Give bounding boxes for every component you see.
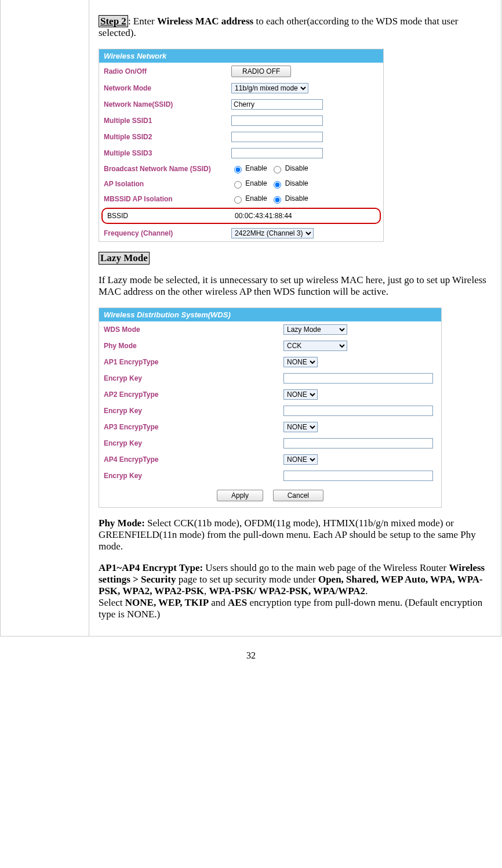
wireless-network-panel: Wireless Network Radio On/Off RADIO OFF … <box>99 49 384 242</box>
bcast-disable-radio[interactable] <box>274 166 281 173</box>
frequency-select[interactable]: 2422MHz (Channel 3) <box>231 228 314 238</box>
apiso-enable-radio[interactable] <box>234 181 242 189</box>
ap2-key-input[interactable] <box>283 406 433 416</box>
ap3-key-input[interactable] <box>283 438 433 449</box>
row-mssid3: Multiple SSID3 <box>99 145 383 161</box>
apply-button[interactable]: Apply <box>217 490 263 501</box>
mssid1-input[interactable] <box>231 115 323 126</box>
row-ssid: Network Name(SSID) <box>99 96 383 113</box>
ap3-encryp-select[interactable]: NONE <box>283 422 318 432</box>
phy-mode-select[interactable]: CCK <box>283 341 347 351</box>
apiso-disable-radio[interactable] <box>274 181 281 189</box>
row-network-mode: Network Mode 11b/g/n mixed mode <box>99 80 383 96</box>
row-broadcast: Broadcast Network Name (SSID) Enable Dis… <box>99 161 383 176</box>
page-number: 32 <box>0 650 502 661</box>
mbssid-enable-radio[interactable] <box>234 196 242 204</box>
row-mssid2: Multiple SSID2 <box>99 129 383 145</box>
cancel-button[interactable]: Cancel <box>273 490 323 501</box>
ap1-encryp-select[interactable]: NONE <box>283 357 318 367</box>
step2-label: Step 2 <box>99 15 128 27</box>
ap1-key-input[interactable] <box>283 373 433 384</box>
panel-header: Wireless Network <box>99 49 383 63</box>
row-bssid-highlight: BSSID 00:0C:43:41:88:44 <box>101 208 381 224</box>
lazy-mode-heading: Lazy Mode <box>99 252 150 265</box>
row-mssid1: Multiple SSID1 <box>99 113 383 129</box>
ap4-key-input[interactable] <box>283 471 433 481</box>
lazy-mode-text: If Lazy mode be selected, it is unnecess… <box>99 274 493 298</box>
encrypt-type-paragraph: AP1~AP4 Encrypt Type: Users should go to… <box>99 562 493 620</box>
bcast-enable-radio[interactable] <box>234 166 242 173</box>
mssid2-input[interactable] <box>231 132 323 142</box>
panel-header: Wireless Distribution System(WDS) <box>99 308 441 321</box>
row-frequency: Frequency (Channel) 2422MHz (Channel 3) <box>99 225 383 241</box>
ssid-input[interactable] <box>231 99 323 110</box>
ap2-encryp-select[interactable]: NONE <box>283 389 318 400</box>
row-ap-isolation: AP Isolation Enable Disable <box>99 176 383 191</box>
mssid3-input[interactable] <box>231 148 323 158</box>
row-radio: Radio On/Off RADIO OFF <box>99 63 383 80</box>
row-mbssid-isolation: MBSSID AP Isolation Enable Disable <box>99 191 383 207</box>
mbssid-disable-radio[interactable] <box>274 196 281 204</box>
phy-mode-paragraph: Phy Mode: Select CCK(11b mode), OFDM(11g… <box>99 518 493 552</box>
wds-panel: Wireless Distribution System(WDS) WDS Mo… <box>99 308 442 508</box>
radio-off-button[interactable]: RADIO OFF <box>231 66 291 77</box>
network-mode-select[interactable]: 11b/g/n mixed mode <box>231 83 308 93</box>
wds-mode-select[interactable]: Lazy Mode <box>283 324 347 335</box>
ap4-encryp-select[interactable]: NONE <box>283 454 318 465</box>
step2-paragraph: Step 2: Enter Wireless MAC address to ea… <box>99 16 493 39</box>
